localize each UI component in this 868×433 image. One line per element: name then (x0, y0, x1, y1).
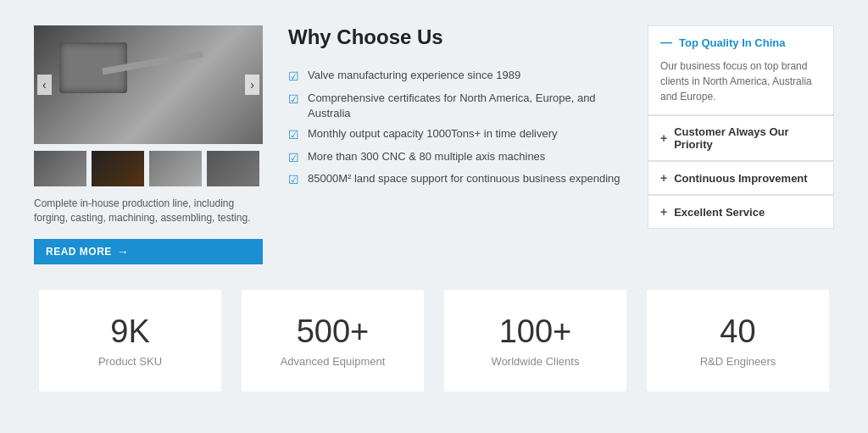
accordion-column: —Top Quality In ChinaOur business focus … (648, 25, 834, 264)
stat-number: 40 (720, 314, 755, 350)
accordion-label: Top Quality In China (679, 36, 785, 49)
stat-number: 500+ (297, 314, 370, 350)
check-icon: ☑ (288, 127, 299, 144)
stat-number: 100+ (499, 314, 572, 350)
checklist-item: ☑85000M² land space support for continuo… (288, 171, 622, 189)
stats-container: 9K Product SKU 500+ Advanced Equipment 1… (34, 290, 834, 391)
accordion-container: —Top Quality In ChinaOur business focus … (648, 25, 834, 229)
accordion-toggle-icon: — (660, 36, 672, 49)
check-icon: ☑ (288, 172, 299, 189)
check-icon: ☑ (288, 150, 299, 167)
checklist-text: Comprehensive certificates for North Ame… (308, 91, 622, 121)
thumbnail-2[interactable] (92, 151, 144, 186)
accordion-item: +Continuous Improvement (648, 161, 834, 195)
accordion-header-2[interactable]: +Continuous Improvement (648, 162, 833, 194)
read-more-label: READ MORE (46, 246, 112, 258)
gallery-column: ‹ › Complete in-house production line, i… (34, 25, 263, 264)
stat-card: 9K Product SKU (39, 290, 221, 391)
accordion-header-3[interactable]: +Excellent Service (648, 196, 833, 228)
checklist-item: ☑Valve manufacturing experience since 19… (288, 68, 622, 86)
gallery-prev-button[interactable]: ‹ (37, 75, 52, 95)
check-icon: ☑ (288, 92, 299, 108)
accordion-item: —Top Quality In ChinaOur business focus … (648, 25, 834, 115)
main-image-bg (34, 25, 263, 144)
accordion-item: +Excellent Service (648, 195, 834, 229)
stats-section: 9K Product SKU 500+ Advanced Equipment 1… (34, 290, 834, 391)
stat-label: Product SKU (98, 355, 162, 368)
stat-card: 40 R&D Engineers (647, 290, 829, 391)
checklist-container: ☑Valve manufacturing experience since 19… (288, 68, 622, 194)
stat-label: Worldwide Clients (492, 355, 580, 368)
main-image: ‹ › (34, 25, 263, 144)
gallery-caption: Complete in-house production line, inclu… (34, 197, 263, 225)
stat-card: 500+ Advanced Equipment (242, 290, 424, 391)
thumbnail-row (34, 151, 263, 186)
accordion-label: Excellent Service (674, 206, 765, 219)
thumbnail-3[interactable] (149, 151, 202, 186)
accordion-header-0[interactable]: —Top Quality In China (648, 26, 833, 58)
accordion-item: +Customer Always Our Priority (648, 115, 834, 161)
stat-number: 9K (110, 314, 149, 350)
accordion-body-0: Our business focus on top brand clients … (648, 58, 833, 114)
accordion-toggle-icon: + (660, 171, 667, 185)
checklist-text: 85000M² land space support for continuou… (308, 171, 620, 186)
stat-label: R&D Engineers (700, 355, 776, 368)
gallery-next-button[interactable]: › (245, 75, 259, 95)
thumbnail-1[interactable] (34, 151, 86, 186)
checklist-text: More than 300 CNC & 80 multiple axis mac… (308, 149, 545, 164)
accordion-header-1[interactable]: +Customer Always Our Priority (648, 116, 833, 160)
checklist-item: ☑Comprehensive certificates for North Am… (288, 91, 622, 121)
why-choose-column: Why Choose Us ☑Valve manufacturing exper… (288, 25, 622, 264)
stat-label: Advanced Equipment (281, 355, 386, 368)
accordion-toggle-icon: + (660, 205, 667, 219)
why-choose-title: Why Choose Us (288, 25, 622, 49)
thumbnail-4[interactable] (207, 151, 259, 186)
arrow-right-icon: → (117, 245, 130, 258)
check-icon: ☑ (288, 69, 299, 86)
stat-card: 100+ Worldwide Clients (444, 290, 626, 391)
checklist-item: ☑More than 300 CNC & 80 multiple axis ma… (288, 149, 622, 167)
top-section: ‹ › Complete in-house production line, i… (34, 25, 834, 264)
checklist-text: Monthly output capacity 1000Tons+ in tim… (308, 126, 557, 142)
checklist-text: Valve manufacturing experience since 198… (308, 68, 520, 83)
page-wrapper: ‹ › Complete in-house production line, i… (0, 0, 868, 391)
accordion-label: Customer Always Our Priority (674, 125, 821, 151)
accordion-label: Continuous Improvement (674, 172, 807, 185)
checklist-item: ☑Monthly output capacity 1000Tons+ in ti… (288, 126, 622, 144)
accordion-toggle-icon: + (660, 131, 667, 145)
read-more-button[interactable]: READ MORE → (34, 239, 263, 264)
